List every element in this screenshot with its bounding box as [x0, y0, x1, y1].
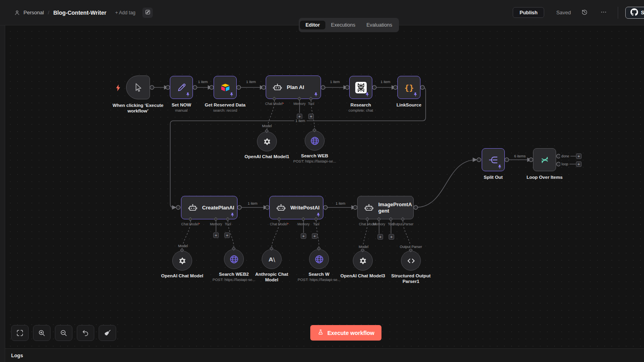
- node-title: Plan AI: [287, 84, 304, 91]
- view-tabs: Editor Executions Evaluations: [299, 18, 399, 32]
- add-tag-button[interactable]: + Add tag: [115, 10, 135, 15]
- node-manual-trigger[interactable]: [126, 75, 150, 99]
- robot-icon: [188, 203, 198, 213]
- connection-label: 1 item: [335, 201, 347, 205]
- tab-evaluations[interactable]: Evaluations: [361, 21, 398, 29]
- add-node-button[interactable]: +: [389, 234, 394, 240]
- subnode-anthropic-chat-model[interactable]: A\: [262, 249, 282, 269]
- canvas-left-divider: [5, 25, 5, 362]
- add-node-button[interactable]: +: [377, 234, 383, 240]
- user-icon: [14, 10, 20, 16]
- node-plan-ai[interactable]: Plan AI: [266, 75, 321, 99]
- node-research[interactable]: [349, 76, 372, 99]
- add-node-button[interactable]: +: [308, 114, 314, 119]
- zoom-in-button[interactable]: [33, 325, 51, 341]
- github-star-label: S: [641, 10, 644, 15]
- add-node-button[interactable]: +: [297, 114, 302, 119]
- node-linksource[interactable]: {}: [397, 76, 420, 99]
- tidy-up-button[interactable]: [99, 325, 116, 341]
- trigger-bolt-icon: [116, 84, 121, 91]
- history-button[interactable]: [579, 7, 590, 18]
- undo-button[interactable]: [77, 325, 94, 341]
- node-writepost-ai[interactable]: WritePostAI: [269, 196, 323, 219]
- subnode-structured-output-parser1[interactable]: [401, 251, 421, 271]
- rename-workflow-button[interactable]: [142, 8, 153, 18]
- zoom-out-button[interactable]: [55, 325, 72, 341]
- node-get-reserved-data[interactable]: [214, 76, 237, 99]
- pin-icon: [231, 213, 234, 217]
- svg-text:A\: A\: [268, 256, 275, 262]
- port-label: Memory: [210, 222, 222, 226]
- subnode-title: Structured Output Parser1: [389, 273, 433, 285]
- logs-panel[interactable]: Logs: [5, 348, 644, 362]
- add-node-button[interactable]: +: [312, 233, 317, 239]
- connection-label: 1 item: [329, 80, 341, 84]
- port-label: Memory: [298, 222, 310, 226]
- breadcrumb-separator: /: [48, 10, 49, 15]
- tidy-up-icon: [103, 329, 111, 337]
- flask-icon: [317, 329, 324, 337]
- globe-icon: [229, 254, 239, 265]
- node-createplan-ai[interactable]: CreatePlanAI: [181, 196, 237, 219]
- subnode-openai-chat-model1[interactable]: [257, 132, 277, 151]
- port-label: Memory: [294, 102, 306, 106]
- add-node-button[interactable]: +: [301, 233, 306, 239]
- execute-workflow-button[interactable]: Execute workflow: [310, 325, 381, 341]
- add-node-button[interactable]: +: [224, 232, 230, 238]
- node-title: ImagePromtAgent: [378, 201, 413, 214]
- tab-editor[interactable]: Editor: [300, 21, 325, 29]
- openai-icon: [177, 256, 187, 266]
- node-title: LinkSource: [379, 102, 439, 108]
- port-label: Output Parser: [393, 222, 414, 226]
- node-set-now[interactable]: [170, 76, 193, 99]
- connection-label: done: [560, 154, 570, 158]
- node-loop-over-items[interactable]: [533, 148, 556, 171]
- subnode-subtitle: POST: https://fastapi-se...: [283, 159, 346, 163]
- subnode-search-web2[interactable]: [224, 249, 244, 269]
- loop-icon: [539, 155, 550, 165]
- zoom-out-icon: [60, 329, 68, 337]
- node-imagepromtagent[interactable]: ImagePromtAgent: [357, 196, 414, 219]
- node-subtitle: search: record: [195, 108, 255, 112]
- edit-icon: [145, 9, 151, 16]
- add-node-button[interactable]: +: [576, 161, 582, 167]
- node-title: CreatePlanAI: [202, 205, 234, 211]
- subnode-title: OpenAI Chat Model3: [337, 273, 389, 279]
- history-icon: [581, 9, 588, 17]
- tab-executions[interactable]: Executions: [325, 21, 361, 29]
- braces-icon: {}: [403, 81, 415, 94]
- globe-icon: [309, 136, 320, 146]
- node-split-out[interactable]: [482, 148, 505, 171]
- more-options-button[interactable]: [598, 7, 609, 18]
- workflow-name[interactable]: Blog-Content-Writer: [53, 10, 107, 16]
- github-star-button[interactable]: S: [625, 7, 644, 19]
- port-label: Chat Model*: [265, 102, 284, 106]
- add-node-button[interactable]: +: [213, 232, 219, 238]
- subnode-openai-chat-model[interactable]: [172, 251, 192, 271]
- add-node-button[interactable]: +: [576, 153, 582, 159]
- nodes-layer: When clicking ‘Execute workflow’Set NOWm…: [0, 0, 644, 362]
- zoom-in-icon: [38, 329, 46, 337]
- publish-button[interactable]: Publish: [513, 7, 544, 18]
- subnode-search-w[interactable]: [309, 249, 329, 269]
- fit-view-icon: [16, 329, 24, 337]
- port-label: Tool: [225, 222, 231, 226]
- breadcrumb-project[interactable]: Personal: [23, 10, 44, 15]
- connection-label: Model: [177, 244, 189, 248]
- connection-label: Model: [261, 124, 273, 128]
- subnode-search-web[interactable]: [305, 131, 325, 151]
- canvas-controls: [11, 325, 116, 341]
- connection-label: 1 item: [379, 80, 392, 84]
- globe-icon: [314, 254, 325, 265]
- connection-label: 1 item: [294, 119, 307, 123]
- port-label: Tool: [308, 102, 314, 106]
- subnode-title: Anthropic Chat Model: [254, 271, 289, 283]
- connection-label: Model: [358, 245, 370, 249]
- perplexity-icon: [355, 81, 367, 94]
- subnode-openai-chat-model3[interactable]: [353, 251, 373, 271]
- anthropic-icon: A\: [267, 254, 277, 264]
- connection-label: 1 item: [245, 80, 257, 84]
- cursor-icon: [133, 82, 144, 93]
- fit-view-button[interactable]: [11, 325, 29, 341]
- connection-label: 6 items: [513, 154, 527, 158]
